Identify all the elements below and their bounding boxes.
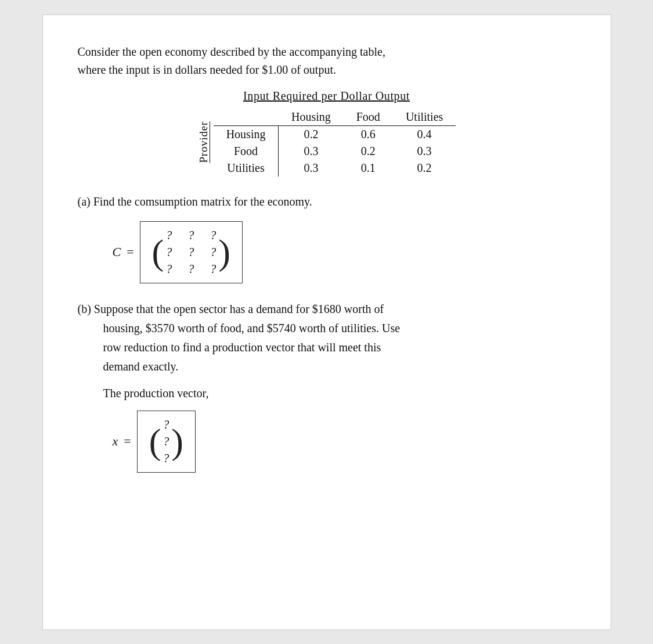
matrix-cell: ?	[188, 246, 194, 259]
intro-line2: where the input is in dollars needed for…	[78, 61, 576, 79]
col-header-food: Food	[344, 109, 393, 126]
right-paren-x: )	[171, 423, 183, 459]
matrix-cell: ?	[188, 229, 194, 242]
part-b-line1: Suppose that the open sector has a deman…	[94, 303, 384, 315]
left-paren-c: (	[152, 234, 164, 270]
table-title: Input Required per Dollar Output	[243, 89, 410, 103]
intro-line1: Consider the open economy described by t…	[78, 43, 576, 61]
part-b-line2: housing, $3570 worth of food, and $5740 …	[103, 319, 576, 338]
matrix-c-section: C = ( ????????? )	[113, 221, 576, 283]
data-table: Housing Food Utilities Housing0.20.60.4F…	[214, 109, 456, 177]
row-label: Utilities	[214, 160, 279, 177]
part-b-label: (b)	[78, 303, 91, 315]
vector-cell: ?	[163, 418, 169, 431]
vector-cell: ?	[163, 452, 169, 465]
provider-label: Provider	[197, 121, 210, 163]
intro-text: Consider the open economy described by t…	[78, 43, 576, 79]
table-cell: 0.1	[344, 160, 393, 177]
vector-x-section: x = ( ??? )	[113, 411, 576, 473]
right-paren-c: )	[218, 234, 230, 270]
part-a-label: (a) Find the comsumption matrix for the …	[78, 193, 576, 211]
table-cell: 0.6	[344, 125, 393, 143]
table-cell: 0.2	[344, 143, 393, 160]
matrix-cell: ?	[210, 229, 216, 242]
row-label: Food	[214, 143, 279, 160]
vector-cell: ?	[163, 435, 169, 448]
table-cell: 0.2	[279, 125, 344, 143]
matrix-c-var: C	[113, 244, 121, 260]
col-header-housing: Housing	[279, 109, 344, 126]
matrix-c-box: ( ????????? )	[140, 221, 243, 283]
matrix-cell: ?	[210, 246, 216, 259]
page: Consider the open economy described by t…	[42, 15, 611, 630]
matrix-cell: ?	[166, 246, 172, 259]
table-cell: 0.4	[393, 125, 456, 143]
part-b-line4: demand exactly.	[103, 357, 576, 376]
matrix-cell: ?	[210, 262, 216, 276]
table-section: Input Required per Dollar Output Provide…	[78, 89, 576, 177]
table-cell: 0.2	[393, 160, 456, 177]
matrix-cell: ?	[166, 229, 172, 242]
vector-x-var: x	[113, 434, 118, 449]
production-label: The production vector,	[103, 387, 576, 400]
table-wrapper: Provider Housing Food Utilities Housing0…	[197, 109, 456, 177]
table-cell: 0.3	[279, 143, 344, 160]
matrix-c-grid: ?????????	[164, 229, 218, 276]
table-cell: 0.3	[279, 160, 344, 177]
row-label: Housing	[214, 125, 279, 143]
matrix-cell: ?	[166, 262, 172, 276]
vector-x-grid: ???	[161, 418, 171, 465]
matrix-cell: ?	[188, 262, 194, 276]
col-header-utilities: Utilities	[393, 109, 456, 126]
table-cell: 0.3	[393, 143, 456, 160]
part-b-line3: row reduction to find a production vecto…	[103, 338, 576, 357]
part-b-text: (b) Suppose that the open sector has a d…	[78, 300, 576, 376]
vector-x-box: ( ??? )	[137, 411, 196, 473]
left-paren-x: (	[149, 423, 161, 459]
